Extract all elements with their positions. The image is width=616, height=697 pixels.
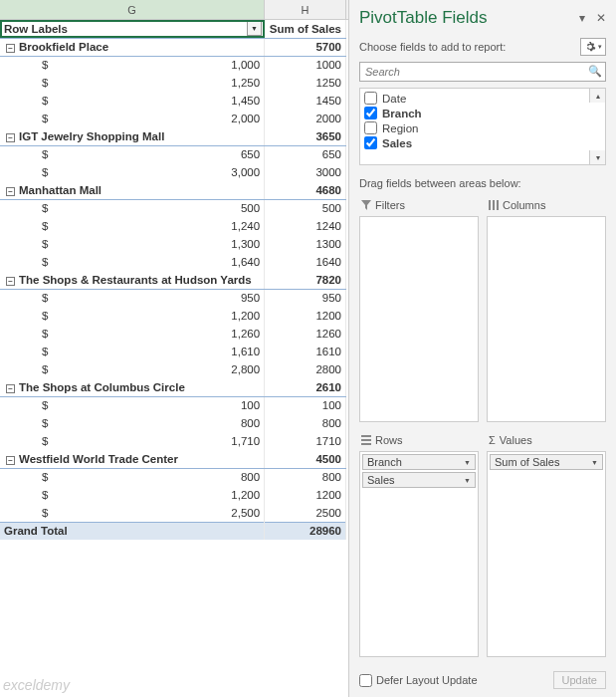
item-label[interactable]: $100	[0, 396, 265, 414]
item-value: 1260	[265, 325, 346, 343]
row-labels-text: Row Labels	[4, 23, 68, 35]
filters-area[interactable]: Filters	[359, 195, 479, 422]
column-headers: G H	[0, 0, 348, 20]
item-label[interactable]: $1,200	[0, 307, 265, 325]
columns-area[interactable]: Columns	[487, 195, 606, 422]
item-value: 1250	[265, 74, 346, 92]
item-value: 1200	[265, 307, 346, 325]
item-value: 3000	[265, 163, 346, 181]
grand-total-value: 28960	[265, 522, 346, 540]
collapse-icon[interactable]: −	[6, 384, 15, 393]
item-label[interactable]: $1,000	[0, 56, 265, 74]
item-value: 800	[265, 468, 346, 486]
svg-rect-3	[361, 435, 371, 437]
group-row[interactable]: −Brookfield Place	[0, 38, 265, 56]
area-pill[interactable]: Branch▼	[362, 454, 476, 470]
item-value: 2500	[265, 504, 346, 522]
item-label[interactable]: $1,260	[0, 325, 265, 343]
field-checkbox[interactable]	[364, 121, 377, 134]
filter-icon	[361, 200, 371, 210]
item-label[interactable]: $1,250	[0, 74, 265, 92]
grand-total-label: Grand Total	[0, 522, 265, 540]
close-icon[interactable]: ✕	[596, 11, 606, 25]
sum-sales-header[interactable]: Sum of Sales	[265, 20, 346, 38]
pivot-table: Row Labels ▼ Sum of Sales −Brookfield Pl…	[0, 20, 346, 540]
item-label[interactable]: $800	[0, 414, 265, 432]
collapse-icon[interactable]: −	[6, 133, 15, 142]
item-label[interactable]: $2,000	[0, 110, 265, 127]
item-label[interactable]: $950	[0, 289, 265, 307]
chevron-down-icon[interactable]: ▼	[591, 459, 598, 466]
group-row[interactable]: −Westfield World Trade Center	[0, 450, 265, 468]
item-label[interactable]: $1,610	[0, 343, 265, 360]
item-label[interactable]: $1,710	[0, 432, 265, 450]
row-labels-header[interactable]: Row Labels ▼	[0, 20, 265, 38]
item-value: 1200	[265, 486, 346, 504]
group-total: 7820	[265, 271, 346, 289]
item-value: 800	[265, 414, 346, 432]
gear-button[interactable]: ▾	[580, 38, 606, 56]
sigma-icon: Σ	[489, 434, 496, 446]
field-item[interactable]: Sales	[360, 135, 605, 150]
field-item[interactable]: Branch	[360, 106, 605, 120]
spreadsheet-area: G H Row Labels ▼ Sum of Sales −Brookfiel…	[0, 0, 348, 697]
field-checkbox[interactable]	[364, 92, 377, 105]
item-label[interactable]: $3,000	[0, 163, 265, 181]
col-header-h[interactable]: H	[265, 0, 346, 19]
collapse-icon[interactable]: −	[6, 187, 15, 196]
item-value: 2800	[265, 360, 346, 378]
field-item[interactable]: Date	[360, 91, 605, 106]
item-value: 1300	[265, 235, 346, 253]
group-row[interactable]: −IGT Jewelry Shopping Mall	[0, 127, 265, 145]
svg-rect-0	[489, 200, 491, 210]
item-value: 950	[265, 289, 346, 307]
choose-fields-label: Choose fields to add to report:	[359, 41, 506, 53]
item-label[interactable]: $1,640	[0, 253, 265, 271]
scroll-up-icon[interactable]: ▴	[589, 89, 605, 103]
chevron-down-icon[interactable]: ▼	[464, 459, 471, 466]
group-total: 4500	[265, 450, 346, 468]
search-input[interactable]	[359, 62, 606, 82]
item-label[interactable]: $1,200	[0, 486, 265, 504]
item-label[interactable]: $800	[0, 468, 265, 486]
update-button[interactable]: Update	[553, 671, 606, 689]
group-row[interactable]: −Manhattan Mall	[0, 181, 265, 199]
item-value: 1450	[265, 92, 346, 110]
filter-dropdown-icon[interactable]: ▼	[247, 21, 262, 36]
item-value: 100	[265, 396, 346, 414]
scroll-down-icon[interactable]: ▾	[589, 150, 605, 164]
area-pill[interactable]: Sum of Sales▼	[490, 454, 603, 470]
col-header-g[interactable]: G	[0, 0, 265, 19]
field-checkbox[interactable]	[364, 136, 377, 149]
item-label[interactable]: $1,450	[0, 92, 265, 110]
columns-icon	[489, 200, 499, 210]
collapse-icon[interactable]: −	[6, 44, 15, 53]
item-value: 500	[265, 199, 346, 217]
defer-layout-checkbox[interactable]: Defer Layout Update	[359, 674, 478, 687]
field-item[interactable]: Region	[360, 120, 605, 135]
area-pill[interactable]: Sales▼	[362, 472, 476, 488]
pane-menu-icon[interactable]: ▾	[579, 11, 585, 25]
svg-rect-2	[497, 200, 499, 210]
field-list: ▴ DateBranchRegionSales ▾	[359, 88, 606, 165]
field-checkbox[interactable]	[364, 107, 377, 119]
item-label[interactable]: $1,240	[0, 217, 265, 235]
collapse-icon[interactable]: −	[6, 456, 15, 465]
item-label[interactable]: $650	[0, 145, 265, 163]
item-value: 1710	[265, 432, 346, 450]
group-total: 5700	[265, 38, 346, 56]
watermark: exceldemy	[3, 677, 70, 693]
item-label[interactable]: $2,500	[0, 504, 265, 522]
item-label[interactable]: $2,800	[0, 360, 265, 378]
item-value: 2000	[265, 110, 346, 127]
svg-rect-5	[361, 443, 371, 445]
item-label[interactable]: $500	[0, 199, 265, 217]
group-row[interactable]: −The Shops at Columbus Circle	[0, 378, 265, 396]
item-label[interactable]: $1,300	[0, 235, 265, 253]
chevron-down-icon[interactable]: ▼	[464, 477, 471, 484]
rows-area[interactable]: Rows Branch▼Sales▼	[359, 430, 479, 657]
collapse-icon[interactable]: −	[6, 277, 15, 286]
group-row[interactable]: −The Shops & Restaurants at Hudson Yards	[0, 271, 265, 289]
drag-fields-label: Drag fields between areas below:	[359, 177, 606, 189]
values-area[interactable]: ΣValues Sum of Sales▼	[487, 430, 606, 657]
